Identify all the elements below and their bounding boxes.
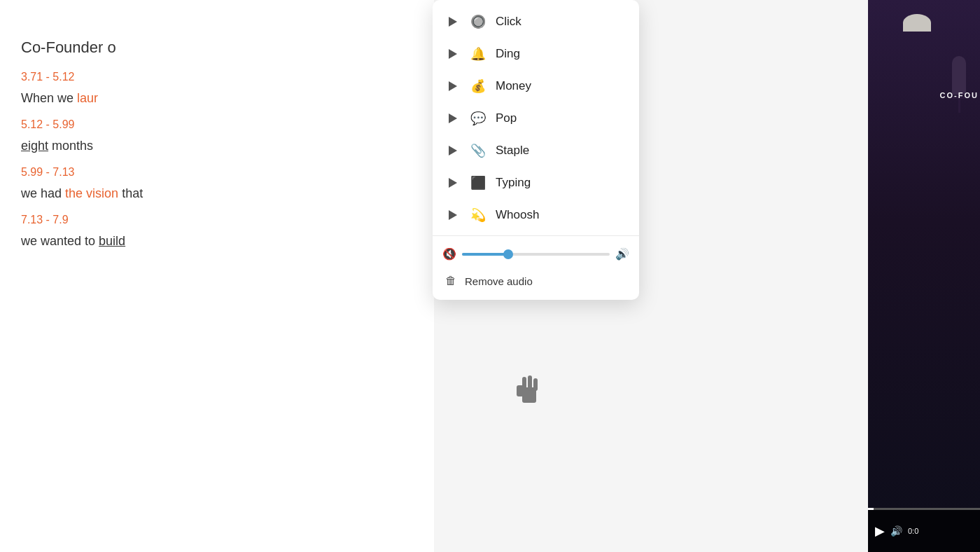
menu-divider: [433, 235, 639, 236]
play-icon: [449, 113, 457, 123]
menu-item-ding[interactable]: 🔔 Ding: [433, 38, 639, 70]
svg-rect-4: [517, 385, 524, 396]
money-label: Money: [496, 79, 531, 93]
play-typing-button[interactable]: [445, 175, 461, 191]
trash-icon: 🗑: [445, 275, 456, 287]
play-pop-button[interactable]: [445, 111, 461, 126]
timestamp-2: 5.12 - 5.99: [21, 118, 413, 131]
play-icon: [449, 49, 457, 59]
ding-icon: 🔔: [469, 45, 487, 63]
money-icon: 💰: [469, 77, 487, 95]
video-panel: CO-FOU ▶ 🔊 0:0: [868, 0, 980, 552]
timestamp-3: 5.99 - 7.13: [21, 166, 413, 179]
play-icon: [449, 178, 457, 188]
whoosh-icon: 💫: [469, 206, 487, 224]
caption-3: we had the vision that: [21, 184, 413, 203]
menu-item-staple[interactable]: 📎 Staple: [433, 134, 639, 167]
menu-item-money[interactable]: 💰 Money: [433, 70, 639, 102]
caption-1: When we laur: [21, 89, 413, 108]
cursor: [510, 370, 545, 412]
typing-icon: ⬛: [469, 174, 487, 192]
sound-dropdown-menu: 🔘 Click 🔔 Ding 💰 Money 💬 Pop: [433, 0, 639, 300]
svg-rect-3: [533, 378, 538, 391]
whoosh-label: Whoosh: [496, 208, 539, 222]
typing-label: Typing: [496, 176, 531, 190]
video-progress-fill: [868, 508, 874, 510]
menu-item-pop[interactable]: 💬 Pop: [433, 102, 639, 134]
svg-rect-2: [528, 375, 532, 391]
volume-slider-thumb[interactable]: [503, 249, 513, 259]
video-person: CO-FOU: [868, 0, 980, 510]
video-play-button[interactable]: ▶: [875, 523, 885, 539]
volume-control: 🔇 🔊: [433, 240, 639, 268]
play-icon: [449, 210, 457, 220]
volume-slider-fill: [462, 253, 506, 256]
co-founder-video-label: CO-FOU: [940, 91, 979, 99]
content-area: Co-Founder o 3.71 - 5.12 When we laur 5.…: [0, 0, 434, 552]
menu-item-click[interactable]: 🔘 Click: [433, 6, 639, 38]
caption-2: eight months: [21, 137, 413, 156]
play-whoosh-button[interactable]: [445, 207, 461, 223]
volume-loud-icon[interactable]: 🔊: [615, 247, 629, 261]
play-ding-button[interactable]: [445, 46, 461, 62]
play-icon: [449, 17, 457, 27]
volume-slider[interactable]: [462, 253, 610, 256]
staple-label: Staple: [496, 144, 529, 158]
remove-audio-label: Remove audio: [465, 275, 533, 287]
click-label: Click: [496, 15, 522, 29]
video-controls: ▶ 🔊 0:0: [868, 510, 980, 552]
caption-4: we wanted to build: [21, 232, 413, 251]
play-icon: [449, 146, 457, 156]
video-content: CO-FOU ▶ 🔊 0:0: [868, 0, 980, 552]
staple-icon: 📎: [469, 142, 487, 160]
menu-item-typing[interactable]: ⬛ Typing: [433, 167, 639, 199]
play-staple-button[interactable]: [445, 143, 461, 158]
play-icon: [449, 81, 457, 91]
svg-rect-1: [522, 377, 526, 392]
timestamp-4: 7.13 - 7.9: [21, 214, 413, 226]
editor-panel: Co-Founder o 3.71 - 5.12 When we laur 5.…: [0, 0, 868, 552]
play-click-button[interactable]: [445, 14, 461, 29]
click-icon: 🔘: [469, 13, 487, 31]
remove-audio-button[interactable]: 🗑 Remove audio: [433, 268, 639, 294]
pop-icon: 💬: [469, 109, 487, 127]
lamp-decoration: [903, 14, 931, 32]
volume-mute-icon[interactable]: 🔇: [442, 247, 456, 261]
pop-label: Pop: [496, 111, 517, 125]
ding-label: Ding: [496, 47, 520, 61]
video-volume-icon[interactable]: 🔊: [890, 525, 902, 537]
svg-rect-0: [522, 387, 536, 403]
video-progress-bar[interactable]: [868, 508, 980, 510]
menu-item-whoosh[interactable]: 💫 Whoosh: [433, 199, 639, 231]
cofounder-text: Co-Founder o: [21, 39, 413, 57]
timestamp-1: 3.71 - 5.12: [21, 71, 413, 83]
play-money-button[interactable]: [445, 78, 461, 94]
video-time-display: 0:0: [908, 527, 918, 535]
